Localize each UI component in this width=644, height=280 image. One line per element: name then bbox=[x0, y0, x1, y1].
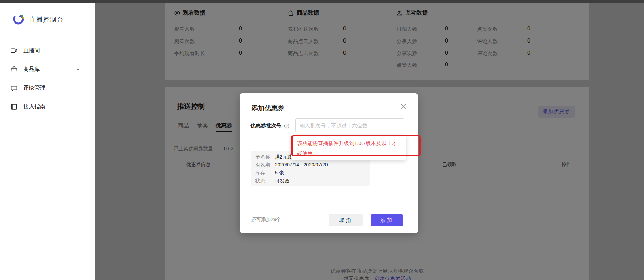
close-icon[interactable] bbox=[399, 102, 408, 111]
coupon-field-value: 可发放 bbox=[275, 177, 289, 185]
coupon-field-label: 状态 bbox=[255, 177, 275, 185]
app-title: 直播控制台 bbox=[29, 15, 64, 24]
sidebar-item-live-room[interactable]: 直播间 bbox=[10, 46, 87, 55]
camera-icon bbox=[10, 47, 18, 54]
sidebar-item-integration-guide[interactable]: 接入指南 bbox=[10, 102, 87, 111]
sidebar-item-label: 商品库 bbox=[23, 66, 40, 73]
sidebar-item-product-library[interactable]: 商品库 bbox=[10, 65, 87, 74]
error-tooltip-text: 该功能需直播插件升级到1.0.7版本及以上才能使用。 bbox=[297, 138, 400, 158]
field-label-text: 优惠券批次号 bbox=[250, 123, 281, 129]
cancel-button[interactable]: 取消 bbox=[329, 214, 363, 226]
brand: 直播控制台 bbox=[12, 12, 64, 27]
batch-number-label: 优惠券批次号 bbox=[250, 123, 289, 129]
coupon-field-label: 库存 bbox=[255, 169, 275, 177]
coupon-row: 状态 可发放 bbox=[255, 177, 365, 185]
coupon-row: 库存 5 张 bbox=[255, 169, 365, 177]
app-logo-icon bbox=[12, 12, 25, 27]
remaining-count-text: 还可添加29个 bbox=[251, 217, 281, 223]
confirm-add-button[interactable]: 添加 bbox=[371, 214, 403, 226]
sidebar-item-label: 评论管理 bbox=[23, 84, 45, 92]
comment-icon bbox=[10, 84, 18, 92]
bag-icon bbox=[10, 66, 18, 73]
top-edge-strip bbox=[0, 0, 644, 3]
add-coupon-modal: 添加优惠券 优惠券批次号 券名称 满2元减 有效期 2020/07/14 - 2… bbox=[240, 93, 418, 233]
coupon-field-value: 2020/07/14 - 2020/07/20 bbox=[275, 161, 328, 169]
sidebar: 直播控制台 直播间 商品库 评论管理 接入指南 bbox=[0, 0, 95, 280]
batch-number-input[interactable] bbox=[295, 118, 404, 132]
guide-book-icon bbox=[10, 103, 18, 110]
sidebar-item-label: 直播间 bbox=[23, 47, 40, 54]
modal-title: 添加优惠券 bbox=[251, 104, 284, 113]
chevron-down-icon[interactable] bbox=[76, 67, 80, 72]
sidebar-item-comment-management[interactable]: 评论管理 bbox=[10, 83, 87, 92]
sidebar-item-label: 接入指南 bbox=[23, 103, 45, 110]
coupon-field-value: 5 张 bbox=[275, 169, 284, 177]
coupon-field-label: 有效期 bbox=[255, 161, 275, 169]
plugin-version-error-tooltip: 该功能需直播插件升级到1.0.7版本及以上才能使用。 bbox=[291, 135, 406, 160]
question-circle-icon[interactable] bbox=[284, 123, 289, 129]
coupon-field-value: 满2元减 bbox=[275, 153, 292, 161]
coupon-field-label: 券名称 bbox=[255, 153, 275, 161]
coupon-row: 有效期 2020/07/14 - 2020/07/20 bbox=[255, 161, 365, 169]
